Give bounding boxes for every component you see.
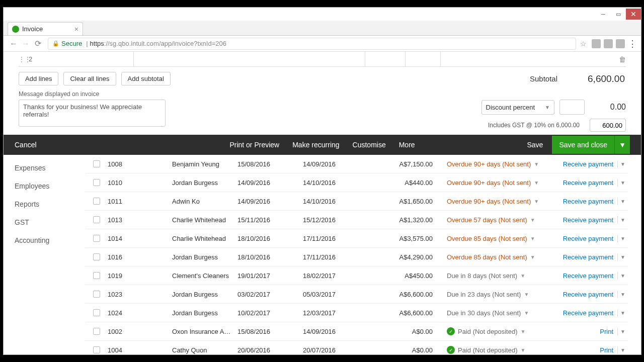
chevron-down-icon[interactable]: ▼ — [534, 199, 539, 204]
add-lines-button[interactable]: Add lines — [19, 72, 58, 85]
window-close-button[interactable]: ✕ — [626, 9, 641, 20]
amount: A$4,290.00 — [368, 253, 447, 261]
due-date: 14/10/2016 — [303, 198, 368, 205]
line-cell[interactable] — [134, 52, 365, 67]
extension-icon[interactable] — [592, 39, 601, 48]
line-cell[interactable] — [406, 52, 441, 67]
bookmark-star-icon[interactable]: ☆ — [580, 40, 587, 48]
discount-type-select[interactable]: Discount percent ▼ — [481, 100, 554, 115]
action-dropdown-icon[interactable]: ▼ — [617, 198, 628, 205]
gst-amount-input[interactable] — [590, 119, 626, 132]
line-cell[interactable] — [56, 52, 134, 67]
sidebar-item-accounting[interactable]: Accounting — [4, 231, 85, 249]
line-cell[interactable] — [441, 52, 616, 67]
action-dropdown-icon[interactable]: ▼ — [617, 253, 628, 261]
receive-payment-link[interactable]: Receive payment — [563, 160, 613, 168]
chevron-down-icon[interactable]: ▼ — [530, 254, 535, 260]
message-textarea[interactable]: Thanks for your business! We appreciate … — [19, 100, 166, 127]
print-link[interactable]: Print — [600, 346, 613, 354]
status: Overdue 90+ days (Not sent)▼ — [447, 179, 552, 187]
tab-close-icon[interactable]: × — [74, 25, 78, 33]
url-input[interactable]: 🔒 Secure | https://sg.qbo.intuit.com/app… — [48, 38, 576, 50]
browser-menu-icon[interactable]: ⋮ — [628, 38, 637, 49]
make-recurring-button[interactable]: Make recurring — [292, 141, 339, 149]
customise-button[interactable]: Customise — [353, 141, 386, 149]
chevron-down-icon[interactable]: ▼ — [530, 217, 535, 223]
action-dropdown-icon[interactable]: ▼ — [617, 309, 628, 317]
gst-label: Includes GST @ 10% on 6,000.00 — [488, 122, 580, 129]
row-checkbox[interactable] — [93, 328, 100, 335]
status: Overdue 57 days (Not sent)▼ — [447, 216, 552, 224]
chevron-down-icon[interactable]: ▼ — [521, 329, 526, 334]
invoice-number: 1004 — [108, 346, 172, 354]
invoice-date: 03/02/2017 — [237, 291, 303, 298]
save-dropdown-icon[interactable]: ▼ — [614, 136, 630, 154]
sidebar-item-employees[interactable]: Employees — [4, 177, 85, 195]
chevron-down-icon[interactable]: ▼ — [520, 273, 525, 279]
save-and-close-button[interactable]: Save and close — [552, 136, 614, 154]
customer-name: Benjamin Yeung — [172, 160, 237, 168]
receive-payment-link[interactable]: Receive payment — [563, 272, 613, 280]
extension-icon[interactable] — [604, 39, 613, 48]
row-checkbox[interactable] — [93, 346, 100, 353]
reload-button[interactable]: ⟳ — [32, 38, 44, 50]
cancel-button[interactable]: Cancel — [15, 141, 37, 149]
receive-payment-link[interactable]: Receive payment — [563, 198, 613, 205]
row-checkbox[interactable] — [93, 179, 100, 186]
sidebar-item-gst[interactable]: GST — [4, 213, 85, 231]
row-checkbox[interactable] — [93, 160, 100, 167]
chevron-down-icon[interactable]: ▼ — [521, 347, 526, 353]
due-date: 17/11/2016 — [303, 253, 368, 261]
chevron-down-icon[interactable]: ▼ — [530, 236, 535, 241]
row-checkbox[interactable] — [93, 198, 100, 205]
row-checkbox[interactable] — [93, 253, 100, 260]
receive-payment-link[interactable]: Receive payment — [563, 235, 613, 242]
browser-tab[interactable]: Invoice × — [8, 22, 83, 35]
more-button[interactable]: More — [399, 141, 415, 149]
row-checkbox[interactable] — [93, 216, 100, 223]
receive-payment-link[interactable]: Receive payment — [563, 216, 613, 224]
action-dropdown-icon[interactable]: ▼ — [617, 272, 628, 280]
print-link[interactable]: Print — [600, 328, 613, 335]
sidebar-item-reports[interactable]: Reports — [4, 195, 85, 213]
drag-handle-icon[interactable]: ⋮⋮ — [19, 56, 29, 63]
add-subtotal-button[interactable]: Add subtotal — [121, 72, 171, 85]
invoice-number: 1016 — [108, 253, 172, 261]
window-minimize-button[interactable]: ─ — [596, 9, 611, 20]
receive-payment-link[interactable]: Receive payment — [563, 309, 613, 317]
action-dropdown-icon[interactable]: ▼ — [617, 160, 628, 168]
action-dropdown-icon[interactable]: ▼ — [617, 179, 628, 187]
row-checkbox[interactable] — [93, 309, 100, 316]
sidebar-item-expenses[interactable]: Expenses — [4, 159, 85, 177]
action-dropdown-icon[interactable]: ▼ — [617, 235, 628, 242]
row-checkbox[interactable] — [93, 235, 100, 242]
print-preview-button[interactable]: Print or Preview — [229, 141, 279, 149]
row-checkbox[interactable] — [93, 272, 100, 279]
action-dropdown-icon[interactable]: ▼ — [617, 291, 628, 298]
chevron-down-icon[interactable]: ▼ — [524, 292, 529, 297]
amount: A$450.00 — [368, 272, 447, 280]
receive-payment-link[interactable]: Receive payment — [563, 253, 613, 261]
receive-payment-link[interactable]: Receive payment — [563, 179, 613, 187]
save-button[interactable]: Save — [518, 136, 552, 154]
customer-name: Charlie Whitehead — [172, 216, 237, 224]
invoice-date: 20/06/2016 — [237, 346, 303, 354]
delete-line-icon[interactable]: 🗑 — [616, 55, 626, 63]
action-dropdown-icon[interactable]: ▼ — [617, 346, 628, 354]
action-dropdown-icon[interactable]: ▼ — [617, 216, 628, 224]
window-maximize-button[interactable]: ▭ — [611, 9, 626, 20]
message-label: Message displayed on invoice — [19, 90, 626, 98]
receive-payment-link[interactable]: Receive payment — [563, 291, 613, 298]
row-checkbox[interactable] — [93, 291, 100, 298]
clear-lines-button[interactable]: Clear all lines — [63, 72, 116, 85]
back-button[interactable]: ← — [8, 38, 20, 50]
extension-icon[interactable] — [616, 39, 625, 48]
forward-button[interactable]: → — [20, 38, 32, 50]
chevron-down-icon[interactable]: ▼ — [524, 310, 529, 316]
line-cell[interactable] — [365, 52, 406, 67]
action-dropdown-icon[interactable]: ▼ — [617, 328, 628, 335]
chevron-down-icon[interactable]: ▼ — [534, 180, 539, 186]
invoice-number: 1014 — [108, 235, 172, 242]
discount-percent-input[interactable] — [559, 100, 585, 115]
chevron-down-icon[interactable]: ▼ — [534, 161, 539, 167]
